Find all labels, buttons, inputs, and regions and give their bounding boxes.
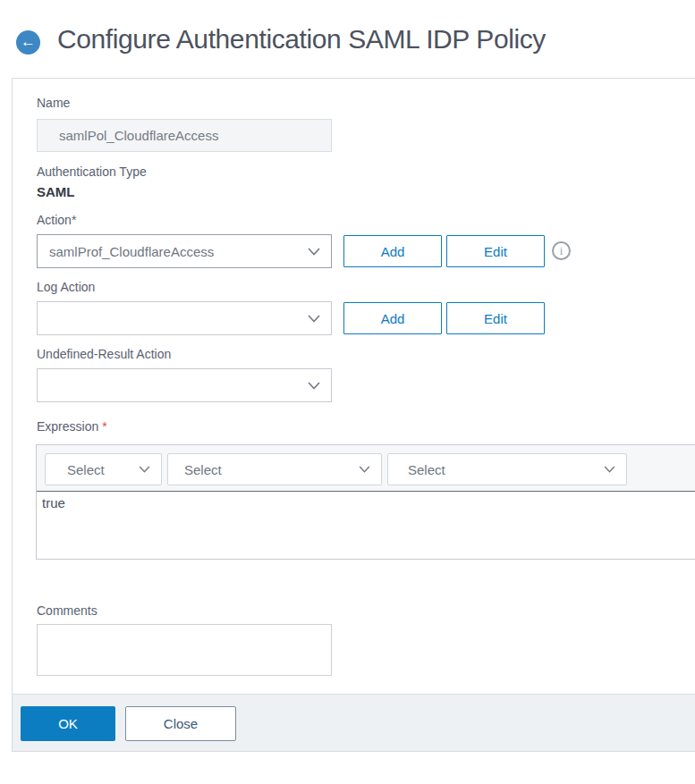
info-icon[interactable]: i — [552, 241, 571, 260]
log-action-add-button[interactable]: Add — [343, 302, 442, 334]
undefined-result-action-label: Undefined-Result Action — [37, 347, 171, 361]
comments-label: Comments — [37, 603, 97, 618]
form-footer: OK Close — [13, 694, 695, 751]
chevron-down-icon — [308, 382, 331, 390]
authentication-type-label: Authentication Type — [37, 164, 147, 179]
expression-operand-select-3[interactable]: Select — [387, 453, 627, 485]
back-button[interactable]: ← — [16, 30, 40, 55]
log-action-select[interactable] — [37, 301, 332, 335]
action-edit-button[interactable]: Edit — [446, 235, 545, 267]
page-title: Configure Authentication SAML IDP Policy — [57, 24, 546, 55]
expression-operand-select-2[interactable]: Select — [167, 453, 382, 485]
chevron-down-icon — [604, 466, 626, 473]
comments-input[interactable] — [37, 624, 332, 676]
action-select[interactable]: samlProf_CloudflareAccess — [37, 234, 332, 268]
chevron-down-icon — [139, 466, 161, 473]
chevron-down-icon — [308, 315, 331, 323]
action-add-button[interactable]: Add — [343, 235, 442, 267]
log-action-edit-button[interactable]: Edit — [446, 302, 545, 334]
expression-operand-select-1[interactable]: Select — [45, 453, 162, 485]
ok-button[interactable]: OK — [21, 706, 115, 741]
arrow-left-icon: ← — [21, 34, 36, 49]
required-asterisk: * — [102, 419, 106, 434]
expression-toolbar: Select Select Select — [37, 445, 695, 492]
action-select-value: samlProf_CloudflareAccess — [38, 244, 308, 259]
name-label: Name — [37, 96, 70, 110]
authentication-type-value: SAML — [37, 184, 75, 199]
expression-input[interactable]: true — [37, 492, 695, 559]
form-panel: Name Authentication Type SAML Action* sa… — [12, 78, 695, 752]
log-action-label: Log Action — [37, 280, 95, 294]
page: ← Configure Authentication SAML IDP Poli… — [0, 0, 695, 784]
chevron-down-icon — [308, 248, 331, 256]
name-input — [37, 119, 332, 152]
action-label: Action* — [37, 213, 76, 227]
chevron-down-icon — [359, 466, 381, 473]
close-button[interactable]: Close — [125, 706, 236, 741]
expression-label: Expression* — [37, 419, 107, 434]
expression-editor: Select Select Select — [36, 444, 695, 560]
undefined-result-action-select[interactable] — [37, 368, 332, 402]
